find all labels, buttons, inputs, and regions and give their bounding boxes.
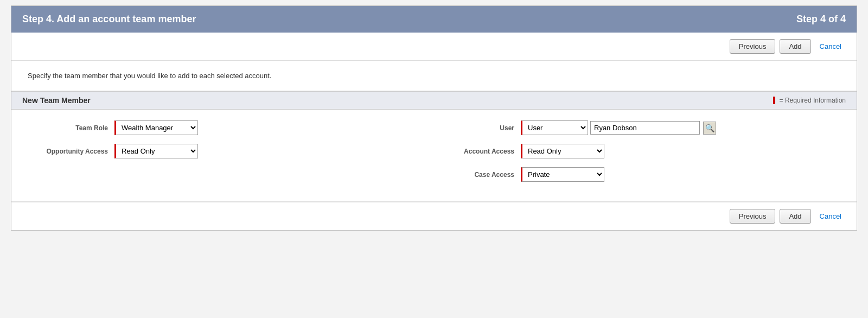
section-title: New Team Member [22,96,91,105]
form-left: Team Role Wealth Manager Account Manager… [28,120,434,190]
account-access-row: Account Access Read Only Read/Write Owne… [434,144,840,158]
user-name-input[interactable] [591,122,699,134]
team-role-control: Wealth Manager Account Manager Support [114,120,198,135]
top-cancel-link[interactable]: Cancel [815,40,846,53]
account-access-select[interactable]: Read Only Read/Write Owner [522,144,604,158]
top-add-button[interactable]: Add [780,39,810,54]
user-row: User User Queue 🔍 [434,120,840,135]
team-role-row: Team Role Wealth Manager Account Manager… [28,120,434,135]
opportunity-access-control: Read Only Read/Write Owner [114,144,198,158]
opportunity-access-label: Opportunity Access [28,148,114,155]
wizard-title: Step 4. Add an account team member [22,14,196,25]
case-access-row: Case Access Private Read Only Read/Write… [434,167,840,182]
top-previous-button[interactable]: Previous [730,39,776,54]
team-role-select[interactable]: Wealth Manager Account Manager Support [116,121,197,135]
user-type-select[interactable]: User Queue [522,121,588,135]
form-section: New Team Member = Required Information T… [11,91,857,201]
required-info: = Required Information [773,97,846,104]
case-access-label: Case Access [434,171,521,179]
required-bar-icon [773,97,775,104]
top-toolbar: Previous Add Cancel [11,33,857,61]
opportunity-access-row: Opportunity Access Read Only Read/Write … [28,144,434,158]
user-name-wrap[interactable] [590,121,700,135]
description-text: Specify the team member that you would l… [28,72,840,80]
team-role-select-wrap[interactable]: Wealth Manager Account Manager Support [114,120,198,135]
bottom-add-button[interactable]: Add [780,209,810,224]
bottom-cancel-link[interactable]: Cancel [815,209,846,223]
team-role-label: Team Role [28,124,114,132]
case-access-select-wrap[interactable]: Private Read Only Read/Write Owner [521,167,604,182]
user-label: User [434,124,521,132]
user-control: User Queue 🔍 [521,120,716,135]
account-access-label: Account Access [434,148,521,155]
account-access-control: Read Only Read/Write Owner [521,144,604,158]
opportunity-access-select-wrap[interactable]: Read Only Read/Write Owner [114,144,198,158]
required-text: = Required Information [780,97,846,104]
opportunity-access-select[interactable]: Read Only Read/Write Owner [116,144,197,158]
case-access-select[interactable]: Private Read Only Read/Write Owner [522,168,604,181]
form-right: User User Queue 🔍 [434,120,840,190]
description-section: Specify the team member that you would l… [11,61,857,85]
user-search-button[interactable]: 🔍 [703,122,716,135]
search-icon: 🔍 [705,124,714,132]
account-access-select-wrap[interactable]: Read Only Read/Write Owner [521,144,604,158]
bottom-previous-button[interactable]: Previous [730,209,776,224]
wizard-container: Step 4. Add an account team member Step … [11,5,857,231]
section-header: New Team Member = Required Information [11,91,857,110]
case-access-control: Private Read Only Read/Write Owner [521,167,604,182]
step-info: Step 4 of 4 [796,14,846,25]
user-type-select-wrap[interactable]: User Queue [521,120,588,135]
form-body: Team Role Wealth Manager Account Manager… [11,110,857,201]
bottom-toolbar: Previous Add Cancel [11,202,857,230]
wizard-header: Step 4. Add an account team member Step … [11,6,857,33]
